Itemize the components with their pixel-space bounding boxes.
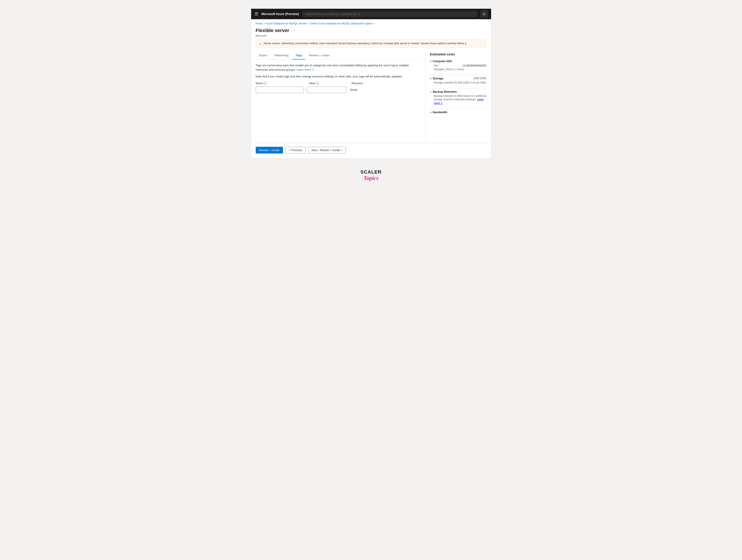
bandwidth-header[interactable]: ∧ Bandwidth <box>430 111 486 114</box>
cost-divider-1 <box>430 75 486 75</box>
cost-section-compute: ∧ Compute USD Sku 14.89200000000000 Stan… <box>430 60 486 72</box>
breadcrumb-sep-2: > <box>308 22 310 25</box>
compute-sku-row: Sku 14.89200000000000 <box>430 64 486 68</box>
storage-label: Storage <box>433 77 443 80</box>
tag-name-input[interactable] <box>256 87 304 93</box>
page-subtitle: Microsoft <box>251 34 491 40</box>
tag-value-input[interactable] <box>307 87 346 93</box>
tags-description: Tags are name/value pairs that enable yo… <box>256 63 421 72</box>
page-more-options[interactable]: ··· <box>292 29 296 33</box>
storage-header[interactable]: ∧ Storage USD 2.8/m <box>430 77 486 80</box>
tag-resource-label: Server <box>350 88 357 91</box>
action-bar: Review + create < Previous Next : Review… <box>251 143 491 157</box>
next-button[interactable]: Next : Review + create > <box>308 147 346 154</box>
bandwidth-chevron: ∧ <box>430 111 431 113</box>
page-title: Flexible server <box>256 28 289 33</box>
breadcrumb: Home > Azure Database for MySQL servers … <box>251 19 491 26</box>
storage-cost: USD 2.8/m <box>474 77 486 80</box>
page-header: Flexible server ··· <box>251 26 491 34</box>
backup-sub: Backup retention is billed based on addi… <box>430 94 486 106</box>
scaler-text: SCALER <box>360 169 381 175</box>
warning-icon: ⚠ <box>259 42 262 46</box>
cost-section-bandwidth: ∧ Bandwidth <box>430 111 486 114</box>
warning-banner: ⚠ Server names, networking connectivity … <box>256 40 486 48</box>
tags-columns: Name i Value i Resource <box>256 82 421 85</box>
compute-chevron: ∧ <box>430 60 431 62</box>
tab-tags[interactable]: Tags <box>292 51 306 60</box>
col-resource-header: Resource <box>352 82 363 85</box>
search-input[interactable] <box>302 11 477 17</box>
learn-more-link[interactable]: Learn more ↗ <box>297 68 314 71</box>
scaler-topics: Topics <box>360 175 381 181</box>
warning-text: Server names, networking connectivity me… <box>264 42 467 45</box>
compute-sku-label: Sku <box>434 64 438 67</box>
content-area: Basics Networking Tags Review + create T… <box>251 51 491 143</box>
cost-section-backup: ∧ Backup Retention Backup retention is b… <box>430 90 486 106</box>
compute-sub: Standard_B1ms (1 vCore) <box>430 68 486 72</box>
cost-divider-3 <box>430 109 486 109</box>
nav-icon-box[interactable]: ⊡ <box>481 10 488 17</box>
breadcrumb-home[interactable]: Home <box>256 22 263 25</box>
hamburger-icon[interactable]: ☰ <box>255 11 258 16</box>
col-name-header: Name i <box>256 82 304 85</box>
tags-note: Note that if you create tags and then ch… <box>256 74 421 79</box>
breadcrumb-sep-1: > <box>264 22 265 25</box>
tab-review-create[interactable]: Review + create <box>306 51 333 60</box>
backup-chevron: ∧ <box>430 91 431 93</box>
storage-sub: Storage selected 20 GiB (USD 0.14 per Gi… <box>430 81 486 86</box>
backup-header[interactable]: ∧ Backup Retention <box>430 90 486 93</box>
compute-header[interactable]: ∧ Compute USD <box>430 60 486 63</box>
compute-sku-value: 14.89200000000000 <box>462 64 486 67</box>
breadcrumb-sep-3: > <box>373 22 375 25</box>
breadcrumb-mysql-servers[interactable]: Azure Database for MySQL servers <box>266 22 307 25</box>
compute-label: Compute USD <box>433 60 452 63</box>
previous-button[interactable]: < Previous <box>285 147 306 154</box>
backup-label: Backup Retention <box>433 90 457 93</box>
tabs: Basics Networking Tags Review + create <box>256 51 421 60</box>
main-panel: Basics Networking Tags Review + create T… <box>256 51 425 143</box>
bandwidth-label: Bandwidth <box>433 111 447 114</box>
storage-chevron: ∧ <box>430 77 431 79</box>
review-create-button[interactable]: Review + create <box>256 147 283 154</box>
breadcrumb-deployment-option[interactable]: Select Azure Database for MySQL deployme… <box>311 22 372 25</box>
cost-title: Estimated costs <box>430 52 486 56</box>
nav-bar: ☰ Microsoft Azure (Preview) ⊡ <box>251 9 491 19</box>
col-value-header: Value i <box>309 82 348 85</box>
value-info-icon[interactable]: i <box>316 82 319 85</box>
cost-sidebar: Estimated costs ∧ Compute USD Sku 14.892… <box>425 51 486 143</box>
name-info-icon[interactable]: i <box>264 82 267 85</box>
nav-title: Microsoft Azure (Preview) <box>262 12 299 16</box>
tab-basics[interactable]: Basics <box>256 51 271 60</box>
scaler-logo: SCALER Topics <box>360 169 381 181</box>
tab-networking[interactable]: Networking <box>271 51 292 60</box>
cost-section-storage: ∧ Storage USD 2.8/m Storage selected 20 … <box>430 77 486 86</box>
tags-row: : Server <box>256 87 421 93</box>
main-container: Home > Azure Database for MySQL servers … <box>251 19 491 159</box>
tags-colon: : <box>305 88 306 92</box>
